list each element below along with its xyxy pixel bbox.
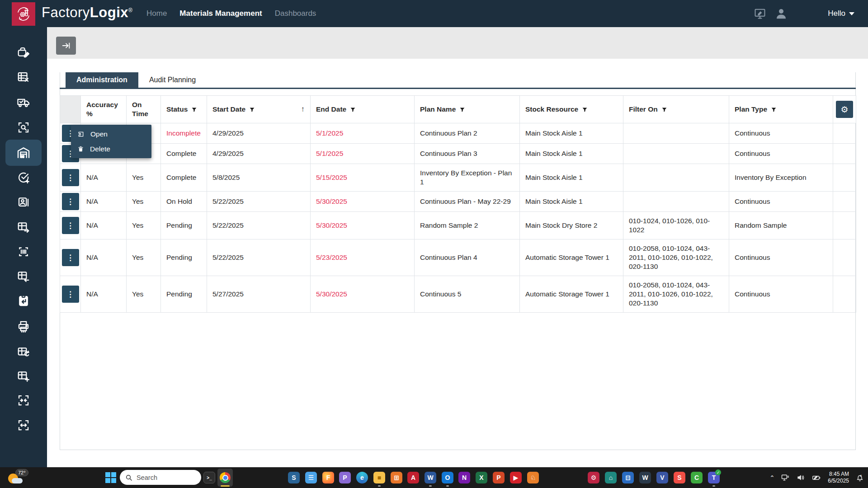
sort-asc-icon[interactable]: ↑ <box>301 105 305 114</box>
running-indicator <box>429 485 432 487</box>
row-menu-button[interactable]: ⋮ <box>62 217 79 234</box>
taskbar-powerpoint[interactable]: P <box>493 472 505 483</box>
sidebar-item-audit-add[interactable] <box>14 168 33 188</box>
svg-text:z: z <box>860 474 862 477</box>
col-status[interactable]: Status <box>161 96 207 123</box>
filter-icon[interactable] <box>191 107 197 113</box>
table-row[interactable]: ⋮ N/ANo Incomplete4/29/2025 5/1/2025Cont… <box>60 123 856 144</box>
context-menu-delete[interactable]: Delete <box>71 141 151 156</box>
top-navbar: FactoryLogix® Home Materials Management … <box>0 0 868 27</box>
col-accuracy[interactable]: Accuracy % <box>81 96 127 123</box>
tray-clock[interactable]: 8:45 AM 6/5/2025 <box>828 471 849 484</box>
clipboard-return-icon <box>17 294 30 308</box>
taskbar-chrome-active[interactable] <box>217 469 233 487</box>
filter-icon[interactable] <box>582 107 588 113</box>
sidebar-item-table-remove[interactable] <box>14 67 33 87</box>
taskbar-notepad[interactable]: ☰ <box>305 472 317 483</box>
taskbar-workstation-dark[interactable]: W <box>639 472 651 483</box>
taskbar-diagram-app[interactable]: ⊞ <box>391 472 402 483</box>
sidebar-item-clipboard-return[interactable] <box>14 291 33 311</box>
taskbar-onenote[interactable]: N <box>458 472 470 483</box>
table-row[interactable]: ⋮ N/AYes Pending5/27/2025 5/30/2025Conti… <box>60 276 856 313</box>
table-row[interactable]: ⋮ N/AYes Pending5/22/2025 5/30/2025Rando… <box>60 212 856 239</box>
col-start-date[interactable]: Start Date ↑ <box>207 96 311 123</box>
taskbar-file-explorer[interactable]: ■ <box>373 472 385 483</box>
col-end-date[interactable]: End Date <box>311 96 415 123</box>
context-menu-open[interactable]: Open <box>71 127 151 141</box>
taskbar-visio[interactable]: V <box>656 472 668 483</box>
sidebar-item-scan-search[interactable] <box>14 117 33 137</box>
audit-plans-table: Accuracy % On Time Status Start Date ↑ E… <box>60 95 856 313</box>
start-button[interactable] <box>105 472 116 483</box>
printer-icon <box>17 320 30 333</box>
user-icon[interactable] <box>774 7 788 20</box>
taskbar-outlook[interactable]: O <box>442 472 453 483</box>
collapse-panel-button[interactable] <box>56 37 76 55</box>
row-menu-button[interactable]: ⋮ <box>62 169 79 186</box>
teams-status-badge: ✓ <box>715 469 721 475</box>
taskbar-word[interactable]: W <box>425 472 436 483</box>
sidebar-item-barcode-scan[interactable] <box>14 242 33 262</box>
tab-administration[interactable]: Administration <box>66 72 138 88</box>
taskbar-excel[interactable]: X <box>476 472 487 483</box>
tray-battery-pen-icon[interactable] <box>811 473 821 482</box>
sidebar-item-scan-expand[interactable] <box>14 415 33 435</box>
tray-network-icon[interactable] <box>781 473 790 482</box>
table-row[interactable]: ⋮ N/AYes Pending5/22/2025 5/23/2025Conti… <box>60 239 856 276</box>
tray-notification-bell-icon[interactable]: z <box>855 473 864 482</box>
taskbar-teams[interactable]: T ✓ <box>708 472 720 483</box>
row-menu-button[interactable]: ⋮ <box>62 286 79 303</box>
factorylogix-logo-icon[interactable] <box>12 2 35 26</box>
taskbar-firefox[interactable]: F <box>322 472 334 483</box>
nav-materials-management[interactable]: Materials Management <box>179 9 262 18</box>
taskbar-factorylogix-orange[interactable]: ♘ <box>527 472 539 483</box>
taskbar-terminal[interactable]: >_ <box>203 472 215 483</box>
sidebar-item-table-import[interactable] <box>14 266 33 286</box>
filter-icon[interactable] <box>350 107 356 113</box>
column-settings-button[interactable]: ⚙ <box>836 101 853 118</box>
taskbar-camtasia[interactable]: C <box>691 472 703 483</box>
taskbar-search[interactable]: Search <box>120 470 201 485</box>
col-plan-type[interactable]: Plan Type <box>729 96 833 123</box>
row-menu-button[interactable]: ⋮ <box>62 249 79 266</box>
filter-icon[interactable] <box>249 107 255 113</box>
taskbar-edge[interactable]: e <box>356 472 368 483</box>
col-stock-resource[interactable]: Stock Resource <box>520 96 623 123</box>
taskbar-snagit-editor[interactable]: S <box>288 472 300 483</box>
taskbar-snagit[interactable]: S <box>674 472 685 483</box>
user-menu[interactable]: Hello <box>828 9 854 18</box>
taskbar-factory-app[interactable]: ⌂ <box>605 472 617 483</box>
nav-dashboards[interactable]: Dashboards <box>275 9 316 18</box>
sidebar-item-id-badge[interactable] <box>14 192 33 212</box>
filter-icon[interactable] <box>459 107 465 113</box>
taskbar-acrobat[interactable]: A <box>407 472 419 483</box>
sidebar-item-table-refresh[interactable] <box>14 342 33 362</box>
nav-home[interactable]: Home <box>146 9 167 18</box>
sidebar-item-table-add[interactable] <box>14 366 33 386</box>
table-row[interactable]: ⋮ N/AYes On Hold5/22/2025 5/30/2025Conti… <box>60 192 856 212</box>
sidebar-item-scan-collapse[interactable] <box>14 390 33 410</box>
sidebar-item-briefcase-edit[interactable] <box>14 42 33 62</box>
col-plan-name[interactable]: Plan Name <box>415 96 520 123</box>
table-row[interactable]: ⋮ Complete4/29/2025 5/1/2025Continuous P… <box>60 144 856 164</box>
sidebar-item-warehouse[interactable] <box>14 143 33 163</box>
filter-icon[interactable] <box>661 107 667 113</box>
table-row[interactable]: ⋮ N/AYes Complete5/8/2025 5/15/2025Inven… <box>60 164 856 192</box>
weather-widget[interactable]: 72° <box>7 469 28 486</box>
col-on-time[interactable]: On Time <box>127 96 161 123</box>
toolbar-strip <box>47 27 868 59</box>
sidebar-item-printer[interactable] <box>14 317 33 337</box>
monitor-edit-icon[interactable] <box>754 7 766 20</box>
taskbar-factorylogix-red[interactable]: ⚙ <box>588 472 599 483</box>
tray-chevron-up-icon[interactable]: ⌃ <box>769 474 774 481</box>
row-menu-button[interactable]: ⋮ <box>62 193 79 210</box>
col-filter-on[interactable]: Filter On <box>623 96 729 123</box>
taskbar-nitro[interactable]: ▶ <box>510 472 522 483</box>
sidebar-item-truck-check[interactable] <box>14 92 33 112</box>
sidebar-item-table-export[interactable] <box>14 217 33 237</box>
taskbar-paint[interactable]: P <box>339 472 351 483</box>
taskbar-workstation-blue[interactable]: ⊟ <box>622 472 634 483</box>
tab-audit-planning[interactable]: Audit Planning <box>138 72 207 88</box>
tray-volume-icon[interactable] <box>796 473 805 482</box>
filter-icon[interactable] <box>771 107 777 113</box>
